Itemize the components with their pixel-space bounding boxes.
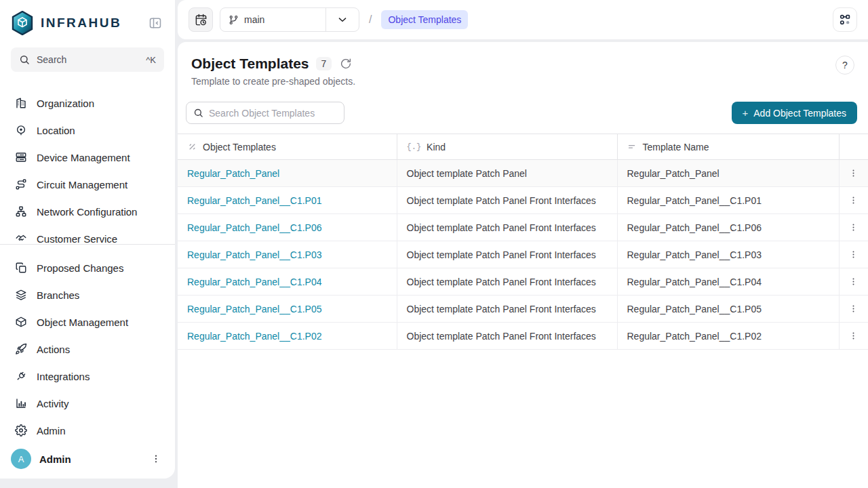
kind-cell: Object template Patch Panel Front Interf… (397, 268, 617, 296)
template-name-cell: Regular_Patch_Panel__C1.P06 (617, 214, 839, 241)
column-label: Template Name (643, 142, 709, 152)
bar-chart-icon (15, 397, 27, 409)
add-object-templates-button[interactable]: + Add Object Templates (732, 102, 857, 124)
add-button-label: Add Object Templates (753, 108, 846, 119)
help-button[interactable]: ? (835, 56, 854, 75)
row-actions-button[interactable] (844, 327, 863, 345)
collapse-sidebar-button[interactable] (146, 14, 164, 32)
template-name-cell: Regular_Patch_Panel__C1.P02 (617, 323, 839, 350)
column-header-actions (839, 134, 868, 160)
row-actions-button[interactable] (844, 272, 863, 291)
kind-cell: Object template Patch Panel Front Interf… (397, 241, 617, 268)
template-name-cell: Regular_Patch_Panel__C1.P03 (617, 241, 839, 268)
sidebar-search[interactable]: Search ^K (11, 47, 164, 72)
sidebar-search-placeholder: Search (37, 54, 66, 65)
refresh-button[interactable] (338, 56, 353, 71)
sidebar-divider (0, 244, 175, 245)
object-templates-table: Object Templates {.} Kind (178, 134, 868, 350)
user-menu-button[interactable] (148, 451, 164, 467)
sidebar-item-label: Admin (37, 425, 66, 436)
row-actions-button[interactable] (844, 218, 863, 237)
kebab-icon (848, 277, 859, 287)
avatar: A (11, 449, 31, 469)
sidebar-item-device-management[interactable]: Device Management (11, 144, 164, 171)
kind-cell: Object template Patch Panel Front Interf… (397, 187, 617, 214)
sidebar-nav-objects: Organization Location Device Management … (11, 89, 164, 244)
sidebar-item-proposed-changes[interactable]: Proposed Changes (11, 254, 164, 281)
object-template-link[interactable]: Regular_Patch_Panel (187, 168, 279, 179)
sidebar-item-network-configuration[interactable]: Network Configuration (11, 198, 164, 225)
object-search[interactable] (186, 102, 344, 124)
kebab-icon (848, 304, 859, 314)
count-badge: 7 (316, 57, 332, 70)
sidebar-item-label: Actions (37, 344, 70, 355)
table-row: Regular_Patch_PanelObject template Patch… (178, 160, 868, 187)
sidebar-item-circuit-management[interactable]: Circuit Management (11, 171, 164, 198)
object-template-link[interactable]: Regular_Patch_Panel__C1.P04 (187, 277, 321, 287)
sidebar-item-label: Location (37, 125, 75, 136)
sidebar-item-label: Organization (37, 98, 94, 109)
breadcrumb-current[interactable]: Object Templates (381, 10, 468, 29)
page-header: Object Templates 7 Template to create pr… (178, 42, 868, 87)
table-row: Regular_Patch_Panel__C1.P06Object templa… (178, 214, 868, 241)
sidebar-item-object-management[interactable]: Object Management (11, 308, 164, 336)
search-icon (193, 108, 203, 118)
column-header-template-name[interactable]: Template Name (617, 134, 839, 160)
location-target-icon (15, 124, 27, 136)
braces-icon: {.} (407, 142, 422, 152)
sidebar-item-customer-service[interactable]: Customer Service (11, 225, 164, 244)
table-row: Regular_Patch_Panel__C1.P03Object templa… (178, 241, 868, 268)
table-row: Regular_Patch_Panel__C1.P02Object templa… (178, 323, 868, 350)
row-actions-button[interactable] (844, 245, 863, 264)
row-actions-button[interactable] (844, 191, 863, 209)
sidebar-item-actions[interactable]: Actions (11, 336, 164, 363)
object-template-link[interactable]: Regular_Patch_Panel__C1.P05 (187, 304, 321, 314)
kebab-icon (848, 195, 859, 205)
topbar: main / Object Templates (178, 0, 868, 39)
sidebar-item-branches[interactable]: Branches (11, 281, 164, 308)
table-header-row: Object Templates {.} Kind (178, 134, 868, 160)
brand-name: INFRAHUB (41, 16, 121, 30)
sidebar-item-admin[interactable]: Admin (11, 417, 164, 444)
branch-selector-value[interactable]: main (220, 8, 326, 31)
row-actions-button[interactable] (844, 300, 863, 318)
server-icon (15, 151, 27, 163)
branch-selector[interactable]: main (220, 7, 359, 32)
column-header-kind[interactable]: {.} Kind (397, 134, 617, 160)
object-template-link[interactable]: Regular_Patch_Panel__C1.P01 (187, 195, 321, 206)
sidebar-item-organization[interactable]: Organization (11, 89, 164, 117)
sidebar-item-integrations[interactable]: Integrations (11, 363, 164, 390)
content-panel: Object Templates 7 Template to create pr… (178, 42, 868, 488)
workflow-icon (838, 13, 852, 26)
kebab-icon (848, 249, 859, 260)
template-name-cell: Regular_Patch_Panel (617, 160, 839, 187)
sidebar-item-location[interactable]: Location (11, 117, 164, 144)
object-search-input[interactable] (209, 108, 337, 119)
sidebar-item-label: Customer Service (37, 233, 117, 245)
time-travel-button[interactable] (189, 7, 213, 32)
sidebar-item-activity[interactable]: Activity (11, 390, 164, 417)
column-header-object-templates[interactable]: Object Templates (178, 134, 397, 160)
workflow-apps-button[interactable] (833, 7, 857, 32)
search-icon (19, 54, 30, 65)
copy-icon (15, 262, 27, 274)
template-name-cell: Regular_Patch_Panel__C1.P05 (617, 296, 839, 323)
sidebar-item-label: Circuit Management (37, 179, 127, 190)
sidebar-item-label: Device Management (37, 152, 130, 163)
page-title: Object Templates (191, 56, 309, 72)
calendar-clock-icon (195, 14, 208, 26)
branch-name: main (244, 14, 264, 25)
cube-icon (15, 316, 27, 328)
sidebar: INFRAHUB Search ^K Organization Location (0, 0, 175, 479)
branch-selector-toggle[interactable] (326, 8, 359, 31)
object-template-link[interactable]: Regular_Patch_Panel__C1.P02 (187, 331, 321, 342)
gear-icon (15, 424, 27, 436)
table-row: Regular_Patch_Panel__C1.P01Object templa… (178, 187, 868, 214)
table-row: Regular_Patch_Panel__C1.P05Object templa… (178, 296, 868, 323)
object-template-link[interactable]: Regular_Patch_Panel__C1.P06 (187, 222, 321, 233)
main-area: main / Object Templates (178, 0, 868, 488)
row-actions-button[interactable] (844, 164, 863, 182)
sidebar-item-label: Integrations (37, 371, 90, 382)
kind-cell: Object template Patch Panel Front Interf… (397, 296, 617, 323)
object-template-link[interactable]: Regular_Patch_Panel__C1.P03 (187, 249, 321, 260)
